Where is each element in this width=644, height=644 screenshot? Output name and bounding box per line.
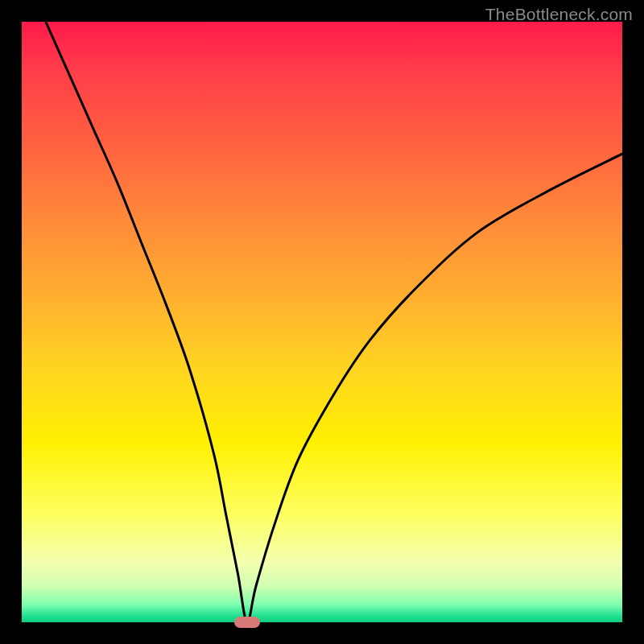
chart-frame: TheBottleneck.com [0, 0, 644, 644]
bottleneck-curve [46, 22, 622, 622]
optimal-point-marker [234, 617, 260, 628]
plot-area [22, 22, 622, 622]
watermark-text: TheBottleneck.com [485, 5, 633, 24]
curve-svg [22, 22, 622, 622]
